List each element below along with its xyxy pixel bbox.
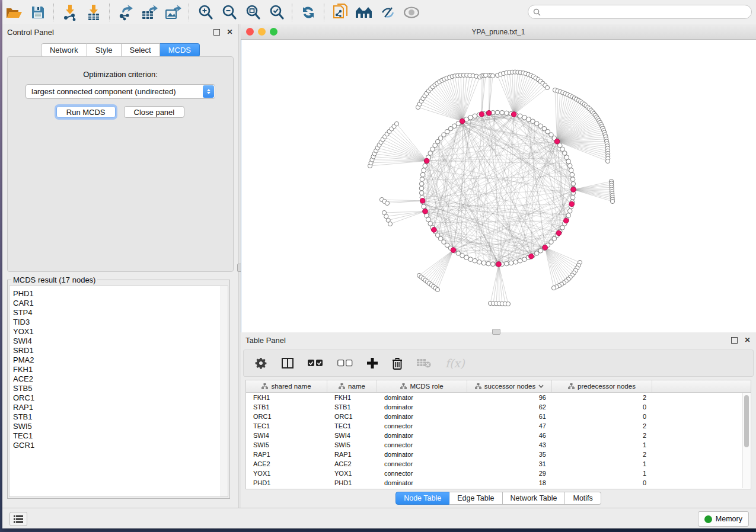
column-header-successor-nodes[interactable]: successor nodes	[467, 380, 552, 392]
table-row[interactable]: FKH1FKH1dominator962	[246, 393, 751, 402]
table-cell: 1	[552, 459, 652, 469]
mcds-result-item[interactable]: TID3	[9, 318, 228, 327]
column-header-shared-name[interactable]: shared name	[246, 380, 327, 392]
table-cell: 1	[552, 440, 652, 450]
mcds-result-item[interactable]: YOX1	[9, 327, 228, 336]
zoom-in-icon[interactable]	[196, 4, 214, 21]
table-scrollbar[interactable]	[742, 393, 750, 488]
float-table-panel-icon[interactable]	[731, 336, 738, 344]
close-panel-button[interactable]: Close panel	[124, 106, 185, 118]
mcds-result-item[interactable]: STB1	[9, 412, 228, 422]
mcds-result-item[interactable]: STB5	[9, 384, 228, 393]
table-row[interactable]: TEC1TEC1connector472	[246, 421, 751, 431]
table-row[interactable]: STB1STB1dominator620	[246, 402, 751, 412]
clone-network-icon[interactable]	[331, 4, 349, 21]
criterion-dropdown[interactable]: largest connected component (undirected)	[25, 84, 215, 99]
table-cell: dominator	[377, 393, 467, 402]
mcds-result-item[interactable]: SRD1	[9, 346, 228, 355]
zoom-fit-icon[interactable]	[244, 4, 261, 21]
minimize-window-icon[interactable]	[258, 28, 266, 36]
table-scrollbar-thumb[interactable]	[744, 395, 749, 447]
tab-network-table[interactable]: Network Table	[503, 492, 566, 505]
list-icon	[14, 515, 23, 523]
horizontal-splitter-grip[interactable]	[492, 329, 500, 335]
mcds-result-item[interactable]: RAP1	[9, 403, 228, 412]
memory-button[interactable]: Memory	[698, 511, 749, 527]
close-window-icon[interactable]	[246, 28, 254, 36]
mcds-result-item[interactable]: PHD1	[9, 289, 228, 299]
table-cell: SWI4	[327, 431, 377, 440]
export-table-icon[interactable]	[141, 4, 158, 21]
export-image-icon[interactable]	[164, 4, 182, 21]
open-file-icon[interactable]	[5, 4, 23, 21]
table-body: FKH1FKH1dominator962STB1STB1dominator620…	[246, 393, 751, 488]
tab-motifs[interactable]: Motifs	[565, 492, 601, 505]
table-cell: 1	[552, 469, 652, 478]
table-row[interactable]: RAP1RAP1dominator352	[246, 450, 751, 459]
search-field[interactable]	[528, 5, 752, 19]
mcds-result-item[interactable]: SWI5	[9, 422, 228, 431]
delete-column-icon[interactable]	[392, 355, 403, 371]
show-columns-icon[interactable]	[282, 355, 294, 371]
mcds-result-item[interactable]: STP4	[9, 308, 228, 318]
refresh-layout-icon[interactable]	[299, 4, 317, 21]
column-header-name[interactable]: name	[327, 380, 377, 392]
table-cell: PHD1	[327, 478, 377, 488]
mcds-result-item[interactable]: CAR1	[9, 299, 228, 308]
mcds-result-item[interactable]: GCR1	[9, 441, 228, 450]
tab-node-table[interactable]: Node Table	[395, 492, 449, 505]
close-panel-icon[interactable]: ✕	[226, 28, 234, 36]
import-table-icon[interactable]	[85, 4, 103, 21]
zoom-out-icon[interactable]	[220, 4, 238, 21]
table-cell: 35	[467, 450, 552, 459]
table-row[interactable]: PHD1PHD1dominator180	[246, 478, 751, 488]
column-header-MCDS-role[interactable]: MCDS role	[377, 380, 467, 392]
table-row[interactable]: ACE2ACE2connector311	[246, 459, 751, 469]
table-cell: 96	[467, 393, 552, 402]
save-icon[interactable]	[29, 4, 47, 21]
deselect-all-checkboxes-icon[interactable]	[337, 355, 353, 371]
add-column-icon[interactable]	[367, 355, 378, 371]
export-network-icon[interactable]	[117, 4, 135, 21]
table-settings-gear-icon[interactable]	[254, 355, 267, 371]
mcds-result-item[interactable]: SWI4	[9, 336, 228, 346]
tab-edge-table[interactable]: Edge Table	[449, 492, 502, 505]
network-svg[interactable]	[241, 40, 756, 332]
zoom-window-icon[interactable]	[270, 28, 277, 36]
table-cell: FKH1	[327, 393, 377, 402]
tab-mcds[interactable]: MCDS	[160, 43, 200, 57]
status-bar: Memory	[2, 508, 756, 528]
first-neighbors-icon[interactable]	[355, 4, 373, 21]
network-canvas[interactable]	[241, 40, 756, 332]
mcds-result-item[interactable]: PMA2	[9, 355, 228, 365]
mcds-list-scrollbar[interactable]	[221, 286, 228, 496]
table-row[interactable]: ORC1ORC1dominator610	[246, 412, 751, 421]
network-title-bar[interactable]: YPA_prune.txt_1	[241, 24, 756, 40]
mcds-result-item[interactable]: FKH1	[9, 365, 228, 374]
select-all-checkboxes-icon[interactable]	[308, 355, 323, 371]
table-cell: connector	[377, 459, 467, 469]
mcds-result-item[interactable]: TEC1	[9, 431, 228, 441]
mcds-result-item[interactable]: ORC1	[9, 393, 228, 403]
column-header-predecessor-nodes[interactable]: predecessor nodes	[552, 380, 652, 392]
close-table-panel-icon[interactable]: ✕	[744, 336, 751, 344]
float-panel-icon[interactable]	[213, 28, 221, 36]
search-input[interactable]	[544, 7, 751, 17]
table-row[interactable]: SWI5SWI5connector431	[246, 440, 751, 450]
table-row[interactable]: SWI4SWI4dominator462	[246, 431, 751, 440]
show-graphics-eye-icon[interactable]	[403, 4, 420, 21]
table-cell: YOX1	[246, 469, 327, 478]
mcds-result-item[interactable]: ACE2	[9, 374, 228, 384]
hide-graphics-icon[interactable]	[379, 4, 397, 21]
run-mcds-button[interactable]: Run MCDS	[56, 106, 116, 118]
table-cell: PHD1	[246, 478, 327, 488]
tab-select[interactable]: Select	[122, 43, 160, 57]
table-row[interactable]: YOX1YOX1connector291	[246, 469, 751, 478]
main-toolbar	[2, 0, 756, 25]
import-network-icon[interactable]	[61, 4, 79, 21]
task-history-button[interactable]	[9, 512, 27, 526]
zoom-selected-icon[interactable]	[267, 4, 285, 21]
tab-network[interactable]: Network	[41, 43, 87, 57]
table-cell: FKH1	[246, 393, 327, 402]
tab-style[interactable]: Style	[87, 43, 122, 57]
